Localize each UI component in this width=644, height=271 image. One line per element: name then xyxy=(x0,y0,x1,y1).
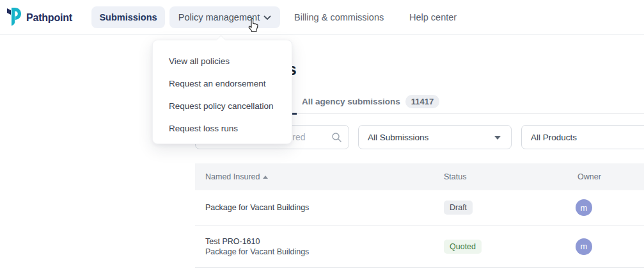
tab-count-badge: 11417 xyxy=(405,95,439,108)
menu-item-request-endorsement[interactable]: Request an endorsement xyxy=(153,72,292,95)
column-header-named-insured[interactable]: Named Insured xyxy=(205,172,268,181)
top-nav: Pathpoint Submissions Policy management … xyxy=(0,0,644,35)
menu-item-view-all-policies[interactable]: View all policies xyxy=(153,50,292,72)
submissions-filter-value: All Submissions xyxy=(368,133,428,142)
brand-name: Pathpoint xyxy=(26,12,72,24)
chevron-down-icon xyxy=(263,12,271,22)
search-icon xyxy=(331,132,342,143)
nav-item-help-center[interactable]: Help center xyxy=(409,0,457,35)
app-window: Pathpoint Submissions Policy management … xyxy=(0,0,644,271)
pathpoint-logo-icon xyxy=(6,7,22,29)
policy-management-menu: View all policies Request an endorsement… xyxy=(152,40,292,144)
table-row[interactable]: Package for Vacant Buildings Draft m xyxy=(195,190,644,226)
owner-avatar[interactable]: m xyxy=(576,238,592,255)
brand[interactable]: Pathpoint xyxy=(6,7,72,29)
products-filter-select[interactable]: All Products xyxy=(521,125,644,149)
nav-item-submissions[interactable]: Submissions xyxy=(91,6,165,28)
menu-item-request-cancellation[interactable]: Request policy cancellation xyxy=(153,95,292,117)
tab-all-agency-label: All agency submissions xyxy=(302,97,400,106)
nav-item-billing-label: Billing & commissions xyxy=(294,12,384,22)
status-badge: Draft xyxy=(444,201,473,215)
row-primary-text: Test PRO-1610 xyxy=(205,236,309,247)
products-filter-value: All Products xyxy=(531,133,577,142)
submissions-filter-select[interactable]: All Submissions xyxy=(358,125,512,149)
status-badge: Quoted xyxy=(444,240,482,254)
column-header-status: Status xyxy=(444,172,466,181)
nav-item-policy-label: Policy management xyxy=(178,12,260,22)
column-named-insured-label: Named Insured xyxy=(205,172,260,181)
column-header-owner: Owner xyxy=(577,172,601,181)
menu-item-request-loss-runs[interactable]: Request loss runs xyxy=(153,117,292,140)
triangle-down-icon xyxy=(494,136,501,140)
named-insured-cell: Test PRO-1610 Package for Vacant Buildin… xyxy=(205,236,309,257)
tab-all-agency-submissions[interactable]: All agency submissions 11417 xyxy=(302,95,439,108)
row-primary-text: Package for Vacant Buildings xyxy=(205,202,309,213)
nav-item-submissions-label: Submissions xyxy=(99,12,157,22)
sort-asc-icon xyxy=(263,176,268,179)
nav-item-policy-management[interactable]: Policy management xyxy=(169,6,280,28)
table-row[interactable]: Test PRO-1610 Package for Vacant Buildin… xyxy=(195,226,644,268)
named-insured-cell: Package for Vacant Buildings xyxy=(205,202,309,213)
row-secondary-text: Package for Vacant Buildings xyxy=(205,247,309,257)
nav-item-help-label: Help center xyxy=(409,12,457,22)
owner-avatar[interactable]: m xyxy=(576,199,592,216)
menu-notch xyxy=(216,35,226,45)
nav-item-billing-commissions[interactable]: Billing & commissions xyxy=(294,0,384,35)
table-header: Named Insured Status Owner xyxy=(195,163,644,190)
